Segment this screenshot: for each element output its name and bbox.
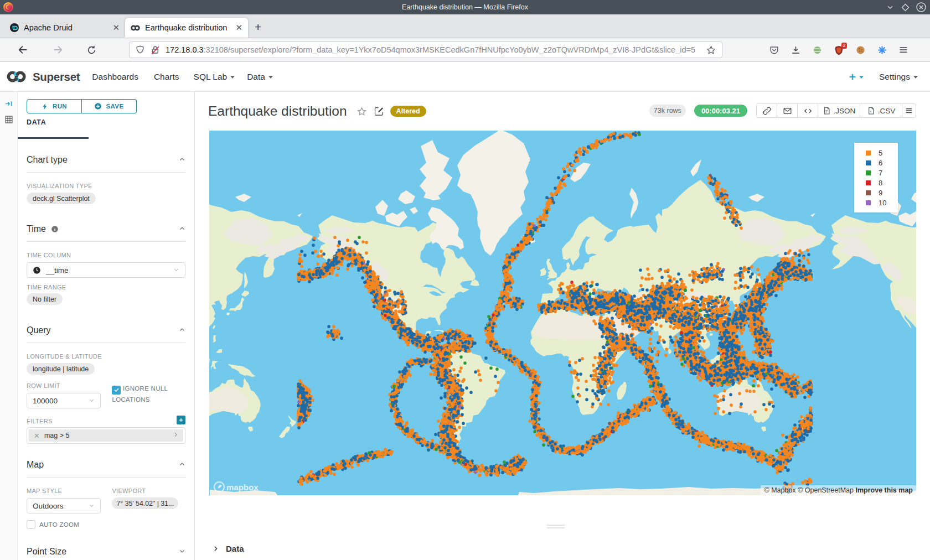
svg-text:mapbox: mapbox: [226, 483, 259, 492]
svg-text:x: x: [870, 110, 871, 113]
